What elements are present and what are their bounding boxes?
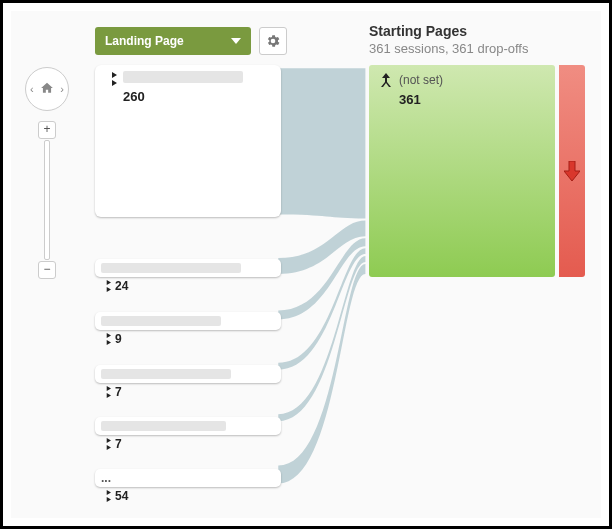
source-label-obscured — [101, 421, 226, 431]
merge-icon — [379, 73, 393, 92]
caret-down-icon — [231, 38, 241, 44]
more-ellipsis: ... — [101, 471, 111, 485]
destination-label: (not set) — [399, 73, 443, 87]
zoom-in-button[interactable]: + — [38, 121, 56, 139]
source-count: 260 — [123, 89, 273, 104]
dimension-label: Landing Page — [105, 34, 184, 48]
zoom-track[interactable] — [44, 140, 50, 260]
step-header: Starting Pages 361 sessions, 361 drop-of… — [369, 23, 528, 56]
through-traffic-icon — [99, 279, 111, 293]
source-count: 54 — [115, 489, 128, 503]
settings-button[interactable] — [259, 27, 287, 55]
gear-icon — [265, 33, 281, 49]
source-node-4[interactable]: 7 — [95, 417, 281, 451]
source-node-0[interactable]: 260 — [95, 65, 281, 217]
source-node-2[interactable]: 9 — [95, 312, 281, 346]
source-label-obscured — [101, 369, 231, 379]
dimension-dropdown[interactable]: Landing Page — [95, 27, 251, 55]
nav-home-control[interactable]: ‹ › — [25, 67, 69, 111]
drop-off-band[interactable] — [559, 65, 585, 277]
zoom-control[interactable]: + − — [38, 121, 56, 279]
home-icon[interactable] — [40, 81, 54, 98]
source-label-obscured — [101, 263, 241, 273]
source-node-more[interactable]: ... 54 — [95, 469, 281, 503]
source-node-1[interactable]: 24 — [95, 259, 281, 293]
through-traffic-icon — [99, 332, 111, 346]
through-traffic-icon — [103, 71, 117, 87]
source-label-obscured — [101, 316, 221, 326]
source-count: 9 — [115, 332, 122, 346]
destination-node[interactable]: (not set) 361 — [369, 65, 555, 277]
chevron-left-icon[interactable]: ‹ — [30, 83, 34, 95]
source-count: 7 — [115, 437, 122, 451]
step-subtitle: 361 sessions, 361 drop-offs — [369, 41, 528, 56]
source-label-obscured — [123, 71, 243, 83]
through-traffic-icon — [99, 437, 111, 451]
chevron-right-icon[interactable]: › — [60, 83, 64, 95]
source-count: 7 — [115, 385, 122, 399]
source-node-3[interactable]: 7 — [95, 365, 281, 399]
destination-count: 361 — [399, 92, 545, 107]
through-traffic-icon — [99, 489, 111, 503]
drop-off-arrow-icon — [564, 161, 580, 181]
step-title: Starting Pages — [369, 23, 528, 39]
zoom-out-button[interactable]: − — [38, 261, 56, 279]
source-count: 24 — [115, 279, 128, 293]
through-traffic-icon — [99, 385, 111, 399]
